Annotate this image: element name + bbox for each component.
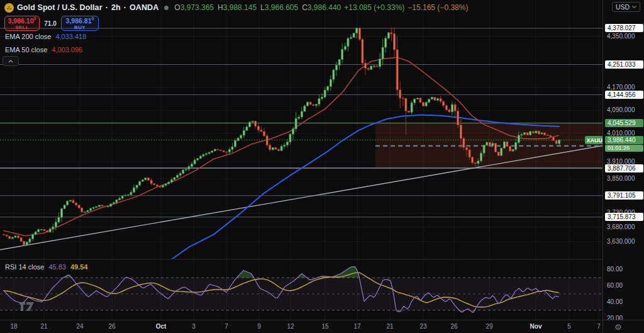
time-label: 7	[597, 323, 601, 330]
time-label: 26	[450, 323, 457, 330]
time-label: 5	[567, 323, 571, 330]
ema50-value: 4,003.096	[52, 46, 82, 54]
price-level-label: 4,251.033	[605, 60, 643, 69]
time-label: Nov	[530, 323, 542, 330]
time-label: 7	[225, 323, 228, 330]
time-label: 3	[192, 323, 196, 330]
gold-symbol-icon[interactable]	[4, 3, 14, 13]
price-grid-label: 3,630.000	[603, 238, 644, 245]
rsi-value: 45.83	[48, 263, 66, 271]
price-grid-label: 4,170.000	[603, 84, 644, 91]
time-label: 23	[419, 323, 426, 330]
rsi-scale-label: 80.00	[603, 266, 644, 273]
gear-icon[interactable]: ⚙	[614, 323, 622, 331]
price-level-label: 3,887.706	[605, 164, 643, 172]
open-value: 3,973.365	[180, 3, 214, 12]
price-green-label: 3,986.440	[605, 136, 643, 144]
spread-value: 71.0	[40, 20, 61, 27]
time-axis[interactable]: 18212426Oct37912151721232629Nov57	[0, 320, 602, 333]
time-label: 21	[40, 323, 47, 330]
symbol-title[interactable]: Gold Spot / U.S. Dollar	[17, 3, 103, 12]
open-label: O	[174, 3, 180, 12]
rsi-scale-label: 40.00	[603, 298, 644, 305]
low-label: L	[260, 3, 265, 12]
currency-toggle-button[interactable]: USD	[612, 2, 640, 12]
chevron-up-icon	[8, 60, 13, 63]
low-value: 3,966.605	[265, 3, 298, 12]
change-negative: −15.165 (−0.38%)	[408, 3, 468, 12]
exchange-label[interactable]: OANDA	[130, 3, 158, 12]
close-value: 3,986.440	[308, 3, 341, 12]
price-level-label: 3,791.105	[605, 191, 643, 200]
price-grid-label: 4,350.000	[603, 33, 644, 40]
currency-label: USD	[616, 3, 630, 11]
chevron-down-icon	[632, 6, 636, 8]
rsi-legend[interactable]: RSI 14 close 45.83 49.54	[5, 263, 87, 271]
time-label: 18	[10, 323, 17, 330]
time-label: 15	[321, 323, 328, 330]
buy-button[interactable]: 3,986.810 BUY	[61, 16, 99, 31]
high-value: 3,988.145	[223, 3, 257, 12]
price-level-label: 4,378.027	[605, 24, 643, 32]
collapse-legend-button[interactable]	[3, 56, 19, 66]
price-grid-label: 3,680.000	[603, 223, 644, 230]
tradingview-chart-window: Gold Spot / U.S. Dollar · 2h · OANDA O3,…	[0, 0, 644, 333]
price-axis[interactable]: USD 4,350.0004,170.0004,090.0004,010.000…	[602, 0, 644, 320]
time-label: 21	[386, 323, 393, 330]
ema200-legend[interactable]: EMA 200 close 4,033.418	[5, 33, 86, 40]
separator-dot: ·	[124, 3, 126, 12]
rsi-ma-value: 49.54	[70, 263, 88, 271]
time-label: 12	[287, 323, 294, 330]
rsi-scale-label: 60.00	[603, 282, 644, 289]
time-label: 26	[108, 323, 115, 330]
time-label: 17	[353, 323, 360, 330]
scale-settings-corner: ⚙	[602, 320, 644, 333]
ema50-legend[interactable]: EMA 50 close 4,003.096	[5, 46, 82, 54]
ema200-value: 4,033.418	[55, 33, 86, 40]
symbol-info-bar: Gold Spot / U.S. Dollar · 2h · OANDA O3,…	[4, 2, 468, 13]
change-positive: +13.085 (+0.33%)	[344, 3, 404, 12]
ema200-label: EMA 200 close	[5, 33, 51, 40]
time-label: 9	[257, 323, 261, 330]
interval-label[interactable]: 2h	[111, 3, 121, 12]
ema50-label: EMA 50 close	[5, 46, 47, 54]
time-label: 24	[76, 323, 83, 330]
price-green-label: 4,045.529	[605, 119, 643, 127]
price-grid-label: 3,850.000	[603, 175, 644, 182]
candlestick-chart-canvas[interactable]	[0, 0, 644, 333]
sell-button[interactable]: 3,986.100 SELL	[4, 16, 40, 31]
price-grid-label: 4,090.000	[603, 106, 644, 113]
close-label: C	[302, 3, 308, 12]
market-status-icon[interactable]	[164, 6, 169, 10]
price-level-label: 3,715.873	[605, 213, 643, 221]
ohlc-values: O3,973.365 H3,988.145 L3,966.605 C3,986.…	[174, 3, 341, 12]
time-label: Oct	[156, 323, 167, 330]
separator-dot: ·	[106, 3, 108, 12]
tradingview-logo[interactable]	[19, 302, 35, 314]
rsi-label: RSI 14 close	[5, 263, 44, 271]
price-level-label: 4,144.956	[605, 91, 643, 99]
high-label: H	[218, 3, 223, 12]
time-label: 29	[486, 323, 492, 330]
trade-panel: 3,986.100 SELL 71.0 3,986.810 BUY	[4, 16, 99, 31]
bar-countdown-label: 01:01:26	[605, 145, 643, 152]
